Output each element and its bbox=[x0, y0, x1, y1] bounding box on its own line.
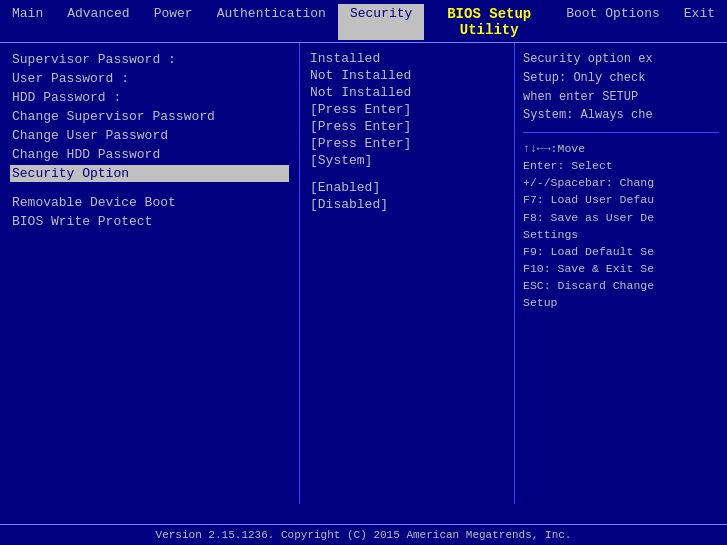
keybind-f7: F7: Load User Defau bbox=[523, 192, 719, 208]
menu-power[interactable]: Power bbox=[142, 4, 205, 40]
row-security-option[interactable]: Security Option bbox=[10, 165, 289, 182]
keybind-spacebar: +/-/Spacebar: Chang bbox=[523, 175, 719, 191]
menu-main[interactable]: Main bbox=[0, 4, 55, 40]
right-panel-divider bbox=[523, 132, 719, 133]
main-content: Supervisor Password : User Password : HD… bbox=[0, 43, 727, 504]
keybind-f8: F8: Save as User De bbox=[523, 210, 719, 226]
row-supervisor-password[interactable]: Supervisor Password : bbox=[10, 51, 289, 68]
keybind-f9: F9: Load Default Se bbox=[523, 244, 719, 260]
val-press-enter-2: [Press Enter] bbox=[310, 119, 504, 134]
val-not-installed-1: Not Installed bbox=[310, 68, 504, 83]
left-panel: Supervisor Password : User Password : HD… bbox=[0, 43, 300, 504]
menu-security[interactable]: Security bbox=[338, 4, 424, 40]
supervisor-password-label: Supervisor Password : bbox=[12, 52, 176, 67]
removable-device-label: Removable Device Boot bbox=[12, 195, 176, 210]
row-change-user[interactable]: Change User Password bbox=[10, 127, 289, 144]
bios-write-protect-label: BIOS Write Protect bbox=[12, 214, 152, 229]
menu-boot-options[interactable]: Boot Options bbox=[554, 4, 672, 40]
row-user-password[interactable]: User Password : bbox=[10, 70, 289, 87]
val-system: [System] bbox=[310, 153, 504, 168]
help-line-4: System: Always che bbox=[523, 107, 719, 124]
val-disabled: [Disabled] bbox=[310, 197, 504, 212]
keybind-esc: ESC: Discard Change bbox=[523, 278, 719, 294]
security-option-label: Security Option bbox=[12, 166, 129, 181]
hdd-password-label: HDD Password : bbox=[12, 90, 121, 105]
top-menu-bar[interactable]: Main Advanced Power Authentication Secur… bbox=[0, 0, 727, 43]
change-user-label: Change User Password bbox=[12, 128, 168, 143]
row-hdd-password[interactable]: HDD Password : bbox=[10, 89, 289, 106]
change-supervisor-label: Change Supervisor Password bbox=[12, 109, 215, 124]
footer-text: Version 2.15.1236. Copyright (C) 2015 Am… bbox=[156, 529, 572, 541]
menu-authentication[interactable]: Authentication bbox=[205, 4, 338, 40]
user-password-label: User Password : bbox=[12, 71, 129, 86]
val-press-enter-3: [Press Enter] bbox=[310, 136, 504, 151]
val-not-installed-2: Not Installed bbox=[310, 85, 504, 100]
keybind-f10: F10: Save & Exit Se bbox=[523, 261, 719, 277]
keybind-setup: Setup bbox=[523, 295, 719, 311]
help-line-3: when enter SETUP bbox=[523, 89, 719, 106]
change-hdd-label: Change HDD Password bbox=[12, 147, 160, 162]
help-line-2: Setup: Only check bbox=[523, 70, 719, 87]
row-bios-write-protect[interactable]: BIOS Write Protect bbox=[10, 213, 289, 230]
help-line-1: Security option ex bbox=[523, 51, 719, 68]
bios-title: BIOS Setup Utility bbox=[424, 4, 554, 40]
val-installed: Installed bbox=[310, 51, 504, 66]
row-change-hdd[interactable]: Change HDD Password bbox=[10, 146, 289, 163]
row-removable-device[interactable]: Removable Device Boot bbox=[10, 194, 289, 211]
keybind-move: ↑↓←→:Move bbox=[523, 141, 719, 157]
row-change-supervisor[interactable]: Change Supervisor Password bbox=[10, 108, 289, 125]
menu-advanced[interactable]: Advanced bbox=[55, 4, 141, 40]
val-press-enter-1: [Press Enter] bbox=[310, 102, 504, 117]
keybind-f8-settings: Settings bbox=[523, 227, 719, 243]
middle-panel: Installed Not Installed Not Installed [P… bbox=[300, 43, 515, 504]
menu-exit[interactable]: Exit bbox=[672, 4, 727, 40]
keybind-enter: Enter: Select bbox=[523, 158, 719, 174]
right-panel: Security option ex Setup: Only check whe… bbox=[515, 43, 727, 504]
val-enabled: [Enabled] bbox=[310, 180, 504, 195]
footer-bar: Version 2.15.1236. Copyright (C) 2015 Am… bbox=[0, 524, 727, 545]
